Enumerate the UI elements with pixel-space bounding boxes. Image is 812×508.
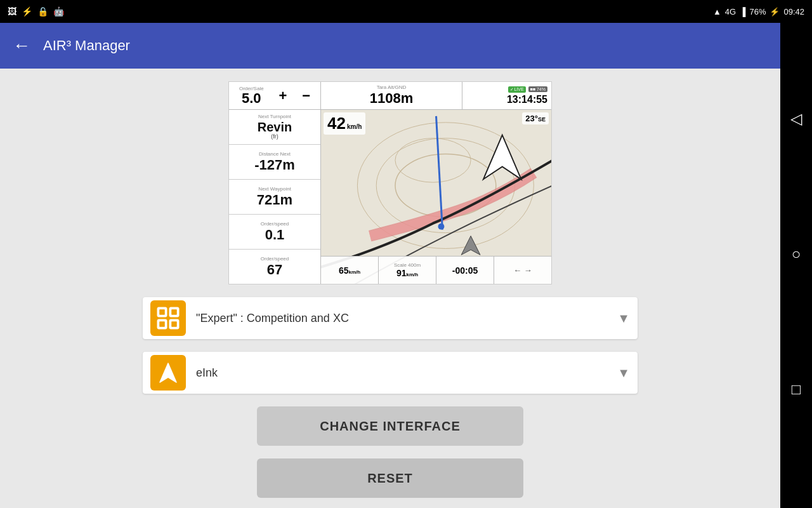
svg-rect-16 (171, 321, 177, 327)
network-label: 4G (725, 7, 736, 17)
svg-rect-15 (159, 321, 165, 327)
lock-icon: 🔒 (37, 6, 48, 17)
svg-rect-13 (159, 309, 165, 315)
status-bar-right: ▲ 4G ▐ 76% ⚡ 09:42 (713, 7, 804, 17)
navigation-icon (150, 355, 186, 391)
svg-marker-17 (160, 363, 176, 382)
grid-icon (150, 300, 186, 336)
distance-cell: Distance Next -127m (229, 145, 320, 180)
svg-rect-14 (171, 309, 177, 315)
android-icon: 🤖 (53, 6, 64, 17)
map-panel: 42 km/h 65km/h Scale 400m 91km/h - (321, 110, 551, 284)
waypoint-cell: Next Turnpoint Revin (fr) (229, 110, 320, 145)
battery-label: 76% (749, 7, 766, 17)
image-icon: 🖼 (8, 6, 16, 17)
battery-icon: ⚡ (769, 7, 780, 17)
app-bar: ← AIR³ Manager (0, 23, 780, 69)
change-interface-button[interactable]: CHANGE INTERFACE (257, 406, 523, 446)
nav-bar-right: ◁ ○ □ (780, 0, 812, 508)
order-cell2: Order/speed 67 (229, 250, 320, 284)
reset-button[interactable]: RESET (257, 458, 523, 498)
main-content: Order/Sale 5.0 + − Tara Alt/GND 1108m ✓L… (0, 69, 780, 508)
next-waypoint-cell: Next Waypoint 721m (229, 180, 320, 215)
time-display: 09:42 (783, 7, 804, 17)
svg-point-8 (438, 224, 444, 230)
app-title: AIR³ Manager (43, 37, 130, 54)
nav-back-icon[interactable]: ◁ (790, 110, 802, 128)
interface-dropdown[interactable]: "Expert" : Competition and XC ▼ (143, 297, 638, 339)
interface-label: "Expert" : Competition and XC (196, 312, 607, 325)
preview-container: Order/Sale 5.0 + − Tara Alt/GND 1108m ✓L… (228, 81, 552, 284)
nav-square-icon[interactable]: □ (792, 380, 801, 398)
nav-home-icon[interactable]: ○ (792, 245, 801, 263)
device-dropdown[interactable]: eInk ▼ (143, 352, 638, 394)
order-cell1: Order/speed 0.1 (229, 215, 320, 250)
plus-btn[interactable]: + (278, 88, 287, 104)
device-label: eInk (196, 366, 607, 380)
interface-arrow: ▼ (617, 311, 630, 326)
usb-icon: ⚡ (22, 6, 32, 17)
wifi-icon: ▲ (713, 7, 721, 17)
back-button[interactable]: ← (13, 36, 30, 56)
signal-icon: ▐ (740, 7, 745, 17)
device-arrow: ▼ (617, 366, 630, 380)
status-bar-left: 🖼 ⚡ 🔒 🤖 (8, 6, 64, 17)
minus-btn[interactable]: − (302, 88, 310, 104)
status-bar: 🖼 ⚡ 🔒 🤖 ▲ 4G ▐ 76% ⚡ 09:42 (0, 0, 812, 23)
